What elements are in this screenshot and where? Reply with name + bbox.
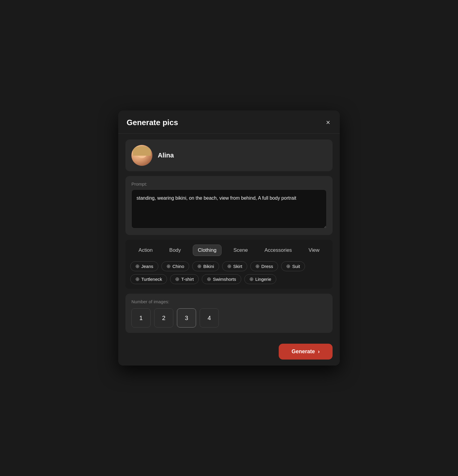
plus-icon: ⊕: [135, 264, 139, 269]
plus-icon: ⊕: [286, 264, 290, 269]
plus-icon: ⊕: [166, 264, 171, 269]
num-btn-3[interactable]: 3: [177, 308, 196, 328]
character-card: Alina: [125, 140, 333, 171]
tag-label: Chino: [172, 264, 184, 269]
images-label: Number of images:: [131, 299, 327, 304]
tag-label: Dress: [261, 264, 273, 269]
modal-title: Generate pics: [127, 118, 178, 127]
tag-label: Suit: [292, 264, 300, 269]
category-tabs: Action Body Clothing Scene Accessories V…: [130, 245, 328, 256]
tag-swimshorts[interactable]: ⊕ Swimshorts: [202, 274, 241, 284]
tab-scene[interactable]: Scene: [229, 245, 253, 256]
tag-label: Bikini: [203, 264, 214, 269]
tag-label: T-shirt: [181, 277, 194, 282]
plus-icon: ⊕: [175, 277, 179, 282]
tab-clothing[interactable]: Clothing: [193, 245, 222, 256]
tag-lingerie[interactable]: ⊕ Lingerie: [244, 274, 276, 284]
avatar-image: [131, 145, 152, 166]
images-section: Number of images: 1 2 3 4: [125, 294, 333, 333]
tags-section: Action Body Clothing Scene Accessories V…: [125, 240, 333, 289]
prompt-section: Prompt:: [125, 176, 333, 235]
tag-bikini[interactable]: ⊕ Bikini: [192, 261, 219, 271]
modal-footer: Generate ›: [118, 339, 340, 366]
number-buttons: 1 2 3 4: [131, 308, 327, 328]
tag-dress[interactable]: ⊕ Dress: [250, 261, 278, 271]
num-btn-2[interactable]: 2: [154, 308, 173, 328]
tab-view[interactable]: View: [304, 245, 324, 256]
modal-body: Alina Prompt: Action Body Clothing Scene…: [118, 134, 340, 339]
tab-accessories[interactable]: Accessories: [260, 245, 297, 256]
tag-tshirt[interactable]: ⊕ T-shirt: [170, 274, 199, 284]
plus-icon: ⊕: [227, 264, 231, 269]
plus-icon: ⊕: [255, 264, 260, 269]
tag-chino[interactable]: ⊕ Chino: [161, 261, 189, 271]
tag-label: Turtleneck: [141, 277, 162, 282]
tag-label: Swimshorts: [213, 277, 236, 282]
tab-action[interactable]: Action: [134, 245, 157, 256]
tag-jeans[interactable]: ⊕ Jeans: [130, 261, 158, 271]
tag-pills-container: ⊕ Jeans ⊕ Chino ⊕ Bikini ⊕ Skirt ⊕ Dre: [130, 261, 328, 284]
close-button[interactable]: ×: [325, 118, 331, 127]
generate-button[interactable]: Generate ›: [279, 344, 333, 360]
tag-label: Lingerie: [255, 277, 271, 282]
tag-turtleneck[interactable]: ⊕ Turtleneck: [130, 274, 167, 284]
generate-label: Generate: [292, 348, 315, 355]
modal-header: Generate pics ×: [118, 110, 340, 134]
plus-icon: ⊕: [197, 264, 201, 269]
prompt-textarea[interactable]: [131, 190, 327, 228]
character-name: Alina: [158, 151, 174, 159]
num-btn-1[interactable]: 1: [131, 308, 151, 328]
tag-label: Skirt: [233, 264, 242, 269]
num-btn-4[interactable]: 4: [200, 308, 219, 328]
plus-icon: ⊕: [207, 277, 211, 282]
avatar: [131, 145, 152, 166]
tab-body[interactable]: Body: [165, 245, 186, 256]
tag-label: Jeans: [141, 264, 153, 269]
plus-icon: ⊕: [249, 277, 254, 282]
tag-skirt[interactable]: ⊕ Skirt: [222, 261, 247, 271]
plus-icon: ⊕: [135, 277, 139, 282]
prompt-label: Prompt:: [131, 181, 327, 187]
chevron-right-icon: ›: [318, 348, 320, 355]
tag-suit[interactable]: ⊕ Suit: [281, 261, 305, 271]
generate-pics-modal: Generate pics × Alina Prompt: Action Bod…: [118, 110, 340, 366]
